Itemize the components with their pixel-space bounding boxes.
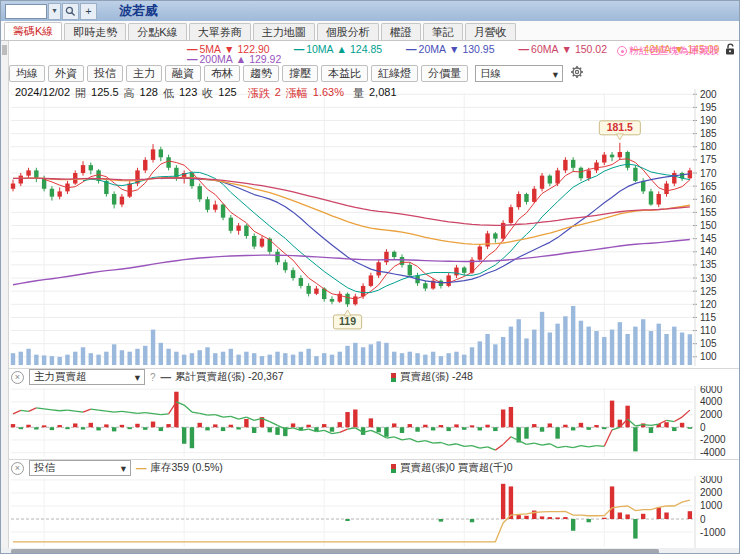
search-caret-icon[interactable]: ▾ <box>48 3 61 20</box>
panel2-close-icon[interactable]: × <box>11 371 24 384</box>
ma-value: 124.85 <box>350 43 382 55</box>
svg-text:130: 130 <box>700 273 717 284</box>
tab-branch-kline[interactable]: 分點K線 <box>128 23 186 40</box>
ma-value: 150.02 <box>575 43 607 55</box>
open-label: 開 <box>75 86 86 101</box>
change-value: 2 <box>275 86 281 101</box>
btn-margin[interactable]: 融資 <box>165 65 201 82</box>
settings-button[interactable] <box>570 65 584 81</box>
panel2-select-value: 主力買賣超 <box>34 370 87 384</box>
btn-support-pressure[interactable]: 撐壓 <box>282 65 318 82</box>
panel2-indicator-select[interactable]: 主力買賣超 ▾ <box>29 369 145 385</box>
btn-price-volume[interactable]: 分價量 <box>421 65 468 82</box>
panel3-close-icon[interactable]: × <box>11 462 24 475</box>
lock-button[interactable] <box>724 43 736 58</box>
line-swatch-icon: — <box>161 371 171 383</box>
btn-investment-trust[interactable]: 投信 <box>87 65 123 82</box>
stock-title: 波若威 <box>119 2 158 20</box>
ma-legend-row: —5MA▼122.90 —10MA▲124.85 —20MA▼130.95 —6… <box>1 41 740 63</box>
tab-realtime[interactable]: 即時走勢 <box>64 23 126 40</box>
tab-chip-kline[interactable]: 籌碼K線 <box>4 22 62 40</box>
panel2-bar-legend-group: 買賣超(張) -248 <box>391 370 473 384</box>
btn-trend[interactable]: 趨勢 <box>243 65 279 82</box>
svg-text:181.5: 181.5 <box>607 121 633 133</box>
svg-text:0: 0 <box>700 514 706 525</box>
line-swatch-icon: — <box>519 43 529 55</box>
svg-text:-1000: -1000 <box>700 527 726 538</box>
svg-text:155: 155 <box>700 207 717 218</box>
btn-ma[interactable]: 均線 <box>9 65 45 82</box>
main-chart[interactable]: 1001051101151201251301351401451501551601… <box>1 89 740 366</box>
svg-text:200: 200 <box>700 89 717 100</box>
line-swatch-icon: — <box>136 462 146 474</box>
high-label: 高 <box>124 86 135 101</box>
tab-major-map[interactable]: 主力地圖 <box>253 23 315 40</box>
svg-text:195: 195 <box>700 102 717 113</box>
chevron-down-icon: ▾ <box>553 68 558 80</box>
add-button[interactable]: + <box>80 3 97 20</box>
change-label: 漲跌 <box>248 86 270 101</box>
volume-value: 2,081 <box>369 86 397 101</box>
svg-text:2000: 2000 <box>700 487 723 498</box>
btn-bollinger[interactable]: 布林 <box>204 65 240 82</box>
svg-text:125: 125 <box>700 286 717 297</box>
btn-major-players[interactable]: 主力 <box>126 65 162 82</box>
svg-text:110: 110 <box>700 325 716 336</box>
svg-text:160: 160 <box>700 194 717 205</box>
svg-text:-2000: -2000 <box>700 434 726 445</box>
svg-text:120: 120 <box>700 299 717 310</box>
h-scrollbar-thumb[interactable] <box>11 549 659 554</box>
investment-trust-chart[interactable]: 3000200010000-1000 <box>1 476 740 549</box>
tab-big-orders[interactable]: 大單券商 <box>189 23 251 40</box>
close-label: 收 <box>202 86 213 101</box>
line-swatch-icon: — <box>294 43 304 55</box>
btn-pe-ratio[interactable]: 本益比 <box>321 65 368 82</box>
line-swatch-icon: — <box>406 43 416 55</box>
close-value: 125 <box>218 86 236 101</box>
btn-traffic-light[interactable]: 紅綠燈 <box>371 65 418 82</box>
topbar: ▾ + 波若威 <box>1 1 740 21</box>
ma-value: 130.95 <box>462 43 494 55</box>
svg-text:150: 150 <box>700 220 717 231</box>
app-window: ▾ + 波若威 籌碼K線 即時走勢 分點K線 大單券商 主力地圖 個股分析 權證… <box>0 0 740 554</box>
svg-text:165: 165 <box>700 181 717 192</box>
svg-text:170: 170 <box>700 168 717 179</box>
ma-legend-20ma: —20MA▼130.95 <box>406 43 494 55</box>
tab-notes[interactable]: 筆記 <box>423 23 463 40</box>
svg-text:1000: 1000 <box>700 500 723 511</box>
rail-scroll-thumb[interactable] <box>2 45 7 55</box>
svg-text:100: 100 <box>700 351 717 362</box>
panel3-indicator-select[interactable]: 投信 ▾ <box>29 460 131 476</box>
left-rail <box>1 41 9 548</box>
note-text: 粉紅色區塊為庫藏股 <box>629 44 719 58</box>
search-combo: ▾ + <box>5 3 97 20</box>
period-select-value: 日線 <box>480 67 501 81</box>
svg-text:145: 145 <box>700 233 717 244</box>
chevron-down-icon: ▾ <box>135 371 140 383</box>
svg-text:3000: 3000 <box>700 476 723 485</box>
svg-text:119: 119 <box>339 315 356 327</box>
volume-label: 量 <box>353 86 364 101</box>
panel3-line-legend: 庫存359 (0.5%) <box>151 461 223 475</box>
search-input[interactable] <box>5 4 47 19</box>
help-icon[interactable]: ? <box>150 372 156 383</box>
panel3-select-value: 投信 <box>34 461 55 475</box>
search-button[interactable] <box>62 3 79 20</box>
pct-label: 漲幅 <box>286 86 308 101</box>
ma-name: 10MA <box>306 43 333 55</box>
tab-monthly-revenue[interactable]: 月營收 <box>465 23 516 40</box>
btn-foreign[interactable]: 外資 <box>48 65 84 82</box>
lock-icon <box>724 43 736 56</box>
svg-text:140: 140 <box>700 246 717 257</box>
ma-name: 20MA <box>419 43 446 55</box>
ohlc-info-bar: 2024/12/02 開125.5 高128 低123 收125 漲跌2 漲幅1… <box>15 86 397 101</box>
period-select[interactable]: 日線 ▾ <box>475 65 563 82</box>
tab-warrants[interactable]: 權證 <box>381 23 421 40</box>
major-net-buy-chart[interactable]: 6000400020000-2000-4000 <box>1 386 740 459</box>
arrow-icon: ▲ <box>337 43 347 55</box>
tab-stock-analysis[interactable]: 個股分析 <box>317 23 379 40</box>
svg-text:-4000: -4000 <box>700 447 726 458</box>
svg-text:105: 105 <box>700 338 717 349</box>
svg-text:175: 175 <box>700 154 717 165</box>
svg-text:190: 190 <box>700 115 717 126</box>
